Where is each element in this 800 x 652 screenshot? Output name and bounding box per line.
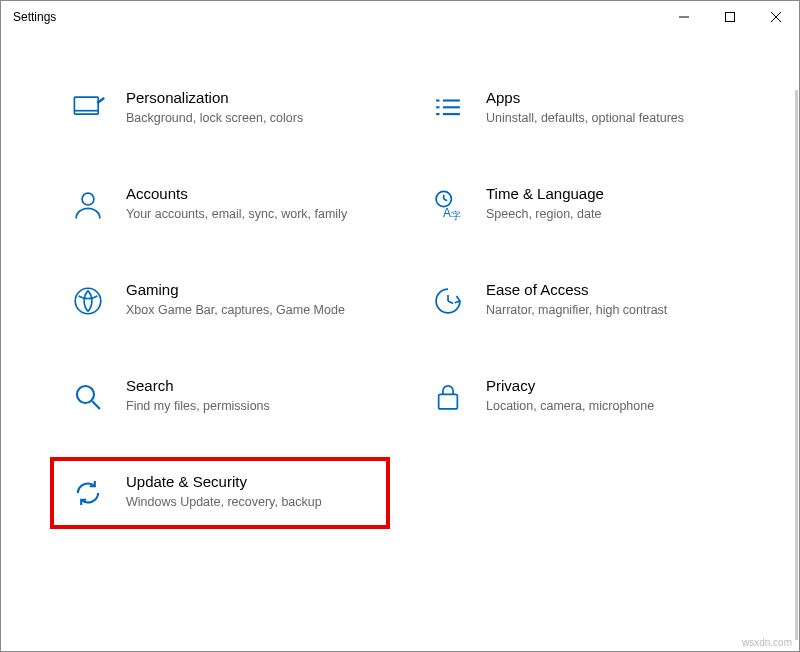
svg-rect-23: [439, 394, 458, 408]
settings-content: Personalization Background, lock screen,…: [1, 33, 799, 549]
svg-point-18: [75, 288, 101, 314]
tile-desc: Background, lock screen, colors: [126, 110, 372, 127]
svg-line-22: [92, 401, 100, 409]
tile-title: Accounts: [126, 185, 372, 202]
tile-search[interactable]: Search Find my files, permissions: [60, 371, 380, 423]
tile-desc: Windows Update, recovery, backup: [126, 494, 372, 511]
tile-title: Update & Security: [126, 473, 372, 490]
tile-desc: Xbox Game Bar, captures, Game Mode: [126, 302, 372, 319]
tile-apps[interactable]: Apps Uninstall, defaults, optional featu…: [420, 83, 740, 135]
minimize-button[interactable]: [661, 1, 707, 33]
tile-time-language[interactable]: A 字 Time & Language Speech, region, date: [420, 179, 740, 231]
svg-text:A: A: [443, 206, 451, 220]
tile-desc: Speech, region, date: [486, 206, 732, 223]
search-icon: [68, 377, 108, 417]
privacy-icon: [428, 377, 468, 417]
tile-privacy[interactable]: Privacy Location, camera, microphone: [420, 371, 740, 423]
personalization-icon: [68, 89, 108, 129]
maximize-button[interactable]: [707, 1, 753, 33]
tile-gaming[interactable]: Gaming Xbox Game Bar, captures, Game Mod…: [60, 275, 380, 327]
accounts-icon: [68, 185, 108, 225]
tile-desc: Your accounts, email, sync, work, family: [126, 206, 372, 223]
tile-update-security[interactable]: Update & Security Windows Update, recove…: [60, 467, 380, 519]
tile-title: Gaming: [126, 281, 372, 298]
tile-title: Search: [126, 377, 372, 394]
window-titlebar: Settings: [1, 1, 799, 33]
tile-desc: Narrator, magnifier, high contrast: [486, 302, 732, 319]
tile-ease-of-access[interactable]: Ease of Access Narrator, magnifier, high…: [420, 275, 740, 327]
time-language-icon: A 字: [428, 185, 468, 225]
apps-icon: [428, 89, 468, 129]
tile-personalization[interactable]: Personalization Background, lock screen,…: [60, 83, 380, 135]
tile-title: Apps: [486, 89, 732, 106]
tile-accounts[interactable]: Accounts Your accounts, email, sync, wor…: [60, 179, 380, 231]
ease-of-access-icon: [428, 281, 468, 321]
svg-point-12: [82, 193, 94, 205]
watermark: wsxdn.com: [742, 637, 792, 648]
scrollbar[interactable]: [795, 90, 798, 640]
svg-point-21: [77, 386, 94, 403]
tile-desc: Location, camera, microphone: [486, 398, 732, 415]
svg-rect-1: [726, 13, 735, 22]
svg-text:字: 字: [451, 210, 461, 221]
gaming-icon: [68, 281, 108, 321]
update-security-icon: [68, 473, 108, 513]
tile-title: Privacy: [486, 377, 732, 394]
svg-line-15: [444, 199, 447, 201]
tile-title: Ease of Access: [486, 281, 732, 298]
tile-title: Time & Language: [486, 185, 732, 202]
tile-desc: Uninstall, defaults, optional features: [486, 110, 732, 127]
tile-desc: Find my files, permissions: [126, 398, 372, 415]
tile-title: Personalization: [126, 89, 372, 106]
settings-grid: Personalization Background, lock screen,…: [60, 83, 740, 519]
window-title: Settings: [13, 10, 56, 24]
close-button[interactable]: [753, 1, 799, 33]
svg-line-20: [448, 301, 453, 304]
